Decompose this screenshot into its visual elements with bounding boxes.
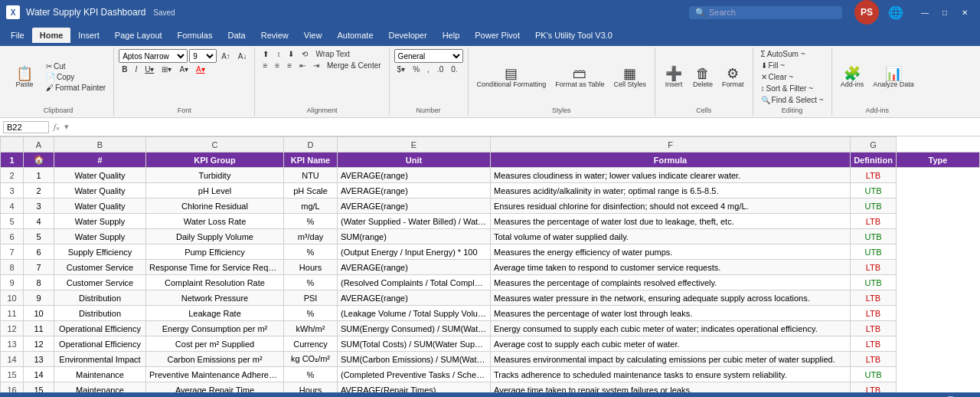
cell-14-3[interactable]: Average Repair Time xyxy=(146,382,284,393)
number-format-select[interactable]: General xyxy=(394,49,463,63)
cell-14-7[interactable]: LTB xyxy=(851,382,897,393)
text-direction-button[interactable]: ⟲ xyxy=(299,49,311,59)
cell-6-7[interactable]: LTB xyxy=(851,260,897,275)
cell-13-7[interactable]: UTB xyxy=(851,367,897,382)
cell-5-3[interactable]: Pump Efficiency xyxy=(146,244,284,260)
col-header-f[interactable]: F xyxy=(491,137,851,153)
cell-0-4[interactable]: NTU xyxy=(284,168,338,183)
cell-8-1[interactable]: 9 xyxy=(24,290,54,306)
cell-9-3[interactable]: Leakage Rate xyxy=(146,306,284,321)
cell-4-3[interactable]: Daily Supply Volume xyxy=(146,229,284,244)
clear-button[interactable]: ✕ Clear ~ xyxy=(758,72,827,82)
search-box[interactable]: 🔍 Search xyxy=(689,6,842,19)
cell-8-0[interactable]: 10 xyxy=(1,290,24,306)
cell-2-4[interactable]: mg/L xyxy=(284,198,338,214)
fill-color-button[interactable]: A▾ xyxy=(176,64,191,74)
cell-4-1[interactable]: 5 xyxy=(24,229,54,244)
cell-13-0[interactable]: 15 xyxy=(1,367,24,382)
format-button[interactable]: ⚙ Format xyxy=(718,64,748,90)
cell-6-5[interactable]: AVERAGE(range) xyxy=(338,260,491,275)
cell-1-2[interactable]: Water Quality xyxy=(54,183,146,198)
currency-button[interactable]: $▾ xyxy=(394,64,409,74)
cell-12-0[interactable]: 14 xyxy=(1,352,24,367)
cell-2-7[interactable]: UTB xyxy=(851,198,897,214)
cell-7-0[interactable]: 9 xyxy=(1,275,24,290)
cell-9-6[interactable]: Measures the percentage of water lost th… xyxy=(491,306,851,321)
tab-page-layout[interactable]: Page Layout xyxy=(107,28,170,43)
cell-12-4[interactable]: kg CO₂/m² xyxy=(284,352,338,367)
align-center-button[interactable]: ≡ xyxy=(272,61,283,71)
cell-12-3[interactable]: Carbon Emissions per m² xyxy=(146,352,284,367)
cell-11-0[interactable]: 13 xyxy=(1,336,24,352)
cell-4-2[interactable]: Water Supply xyxy=(54,229,146,244)
cell-2-3[interactable]: Chlorine Residual xyxy=(146,198,284,214)
tab-power-pivot[interactable]: Power Pivot xyxy=(467,28,528,43)
cell-14-5[interactable]: AVERAGE(Repair Times) xyxy=(338,382,491,393)
copy-button[interactable]: 📄Copy xyxy=(43,72,109,82)
cell-0-3[interactable]: Turbidity xyxy=(146,168,284,183)
font-size-select[interactable]: 9 xyxy=(189,49,217,63)
cell-6-0[interactable]: 8 xyxy=(1,260,24,275)
cell-3-1[interactable]: 4 xyxy=(24,214,54,229)
cell-1-7[interactable]: UTB xyxy=(851,183,897,198)
header-cell-0[interactable]: 1 xyxy=(1,153,24,168)
font-decrease-button[interactable]: A↓ xyxy=(235,51,250,61)
cell-10-7[interactable]: LTB xyxy=(851,321,897,336)
bold-button[interactable]: B xyxy=(119,64,130,74)
cell-14-4[interactable]: Hours xyxy=(284,382,338,393)
cell-4-0[interactable]: 6 xyxy=(1,229,24,244)
cell-8-6[interactable]: Measures water pressure in the network, … xyxy=(491,290,851,306)
cell-5-1[interactable]: 6 xyxy=(24,244,54,260)
cell-0-1[interactable]: 1 xyxy=(24,168,54,183)
align-bottom-button[interactable]: ⬇ xyxy=(285,49,297,59)
tab-formulas[interactable]: Formulas xyxy=(170,28,220,43)
decrease-indent-button[interactable]: ⇤ xyxy=(296,61,309,71)
col-header-g[interactable]: G xyxy=(851,137,897,153)
cell-4-6[interactable]: Total volume of water supplied daily. xyxy=(491,229,851,244)
cell-12-7[interactable]: LTB xyxy=(851,352,897,367)
col-header-a[interactable]: A xyxy=(24,137,54,153)
network-icon[interactable]: 🌐 xyxy=(888,5,903,20)
header-cell-2[interactable]: # xyxy=(54,153,146,168)
cell-13-5[interactable]: (Completed Preventive Tasks / Scheduled … xyxy=(338,367,491,382)
cell-2-1[interactable]: 3 xyxy=(24,198,54,214)
cell-2-0[interactable]: 4 xyxy=(1,198,24,214)
increase-decimal-button[interactable]: .0 xyxy=(434,64,446,74)
cell-9-4[interactable]: % xyxy=(284,306,338,321)
cell-9-7[interactable]: LTB xyxy=(851,306,897,321)
cell-5-0[interactable]: 7 xyxy=(1,244,24,260)
cell-3-4[interactable]: % xyxy=(284,214,338,229)
tab-pk's-utility-tool-v3.0[interactable]: PK's Utility Tool V3.0 xyxy=(528,28,620,43)
align-middle-button[interactable]: ↕ xyxy=(273,49,283,59)
cell-9-5[interactable]: (Leakage Volume / Total Supply Volume) *… xyxy=(338,306,491,321)
cell-1-3[interactable]: pH Level xyxy=(146,183,284,198)
cell-10-1[interactable]: 11 xyxy=(24,321,54,336)
cell-11-1[interactable]: 12 xyxy=(24,336,54,352)
cell-8-5[interactable]: AVERAGE(range) xyxy=(338,290,491,306)
col-header-c[interactable]: C xyxy=(146,137,284,153)
cell-12-2[interactable]: Environmental Impact xyxy=(54,352,146,367)
cell-1-0[interactable]: 3 xyxy=(1,183,24,198)
cell-5-5[interactable]: (Output Energy / Input Energy) * 100 xyxy=(338,244,491,260)
header-cell-6[interactable]: Formula xyxy=(491,153,851,168)
cell-10-2[interactable]: Operational Efficiency xyxy=(54,321,146,336)
merge-center-button[interactable]: Merge & Center xyxy=(324,61,384,71)
cell-3-7[interactable]: LTB xyxy=(851,214,897,229)
header-cell-4[interactable]: KPI Name xyxy=(284,153,338,168)
align-top-button[interactable]: ⬆ xyxy=(260,49,272,59)
cell-5-7[interactable]: UTB xyxy=(851,244,897,260)
cell-10-3[interactable]: Energy Consumption per m² xyxy=(146,321,284,336)
cell-7-1[interactable]: 8 xyxy=(24,275,54,290)
cell-0-6[interactable]: Measures cloudiness in water; lower valu… xyxy=(491,168,851,183)
close-button[interactable]: ✕ xyxy=(956,5,974,20)
cell-3-2[interactable]: Water Supply xyxy=(54,214,146,229)
cell-14-2[interactable]: Maintenance xyxy=(54,382,146,393)
cell-8-2[interactable]: Distribution xyxy=(54,290,146,306)
cell-14-6[interactable]: Average time taken to repair system fail… xyxy=(491,382,851,393)
comma-button[interactable]: , xyxy=(424,64,433,74)
increase-indent-button[interactable]: ⇥ xyxy=(310,61,322,71)
font-name-select[interactable]: Aptos Narrow xyxy=(119,49,188,63)
cell-2-5[interactable]: AVERAGE(range) xyxy=(338,198,491,214)
cell-6-3[interactable]: Response Time for Service Requests xyxy=(146,260,284,275)
tab-developer[interactable]: Developer xyxy=(381,28,435,43)
